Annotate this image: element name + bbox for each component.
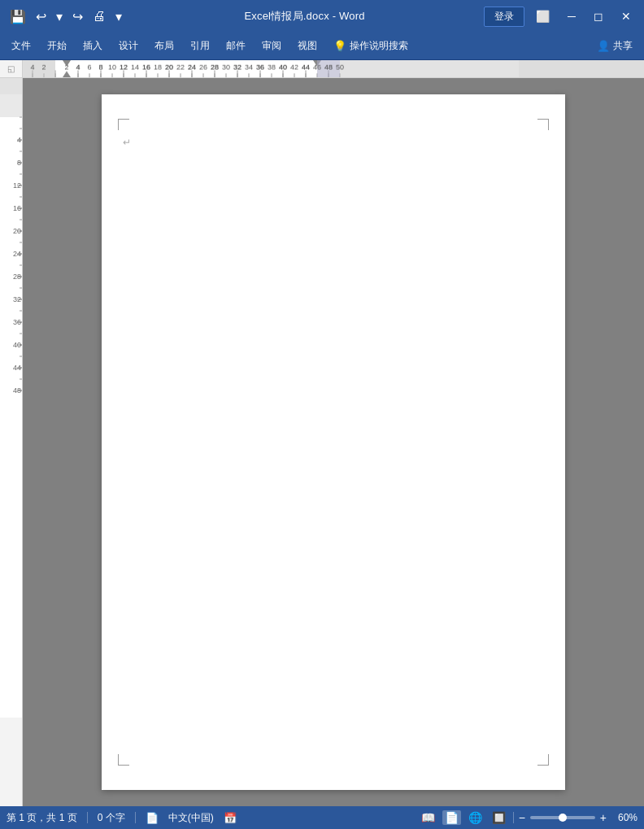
print-preview-button[interactable]: 🖨 (89, 7, 109, 25)
menu-references[interactable]: 引用 (182, 34, 218, 58)
menu-home[interactable]: 开始 (39, 34, 75, 58)
menu-insert[interactable]: 插入 (75, 34, 111, 58)
horizontal-ruler (23, 60, 644, 77)
menu-file[interactable]: 文件 (3, 34, 39, 58)
paragraph-mark: ↵ (123, 137, 131, 148)
status-sep-2 (135, 812, 136, 823)
zoom-slider[interactable] (530, 816, 595, 819)
menu-design[interactable]: 设计 (111, 34, 146, 58)
customize-qat-button[interactable]: ▾ (112, 7, 125, 26)
redo-button[interactable]: ↪ (69, 7, 86, 26)
vertical-ruler-canvas (0, 78, 23, 806)
document-check-icon: 📄 (146, 812, 159, 824)
zoom-level: 60% (611, 812, 637, 823)
web-layout-button[interactable]: 🌐 (466, 810, 485, 825)
corner-mark-bl (118, 754, 129, 766)
ruler-top: ◱ (0, 60, 644, 78)
page-info-text: 第 1 页，共 1 页 (7, 811, 77, 825)
titlebar-right: 登录 ⬜ ─ ◻ ✕ (484, 7, 637, 27)
read-mode-button[interactable]: 📖 (419, 810, 437, 825)
word-count[interactable]: 0 个字 (98, 811, 125, 825)
zoom-out-button[interactable]: − (519, 812, 525, 823)
statusbar: 第 1 页，共 1 页 0 个字 📄 中文(中国) 📅 📖 📄 🌐 🔲 − + … (0, 806, 644, 829)
language[interactable]: 中文(中国) (168, 811, 214, 825)
word-count-text: 0 个字 (98, 811, 125, 825)
menu-share[interactable]: 👤 共享 (589, 34, 641, 58)
login-button[interactable]: 登录 (484, 7, 524, 27)
save-button[interactable]: 💾 (7, 7, 29, 26)
menubar: 文件 开始 插入 设计 布局 引用 邮件 审阅 视图 💡 操作说明搜索 👤 共享 (0, 33, 644, 60)
zoom-area: 📖 📄 🌐 🔲 − + 60% (419, 810, 637, 825)
ribbon-display-button[interactable]: ⬜ (529, 8, 556, 24)
calendar-icon-area[interactable]: 📅 (224, 812, 237, 824)
undo-button[interactable]: ↩ (33, 7, 50, 26)
menu-mailings[interactable]: 邮件 (218, 34, 254, 58)
undo-dropdown-button[interactable]: ▾ (53, 7, 66, 26)
document-scroll-area[interactable]: ↵ (23, 78, 644, 806)
corner-mark-tr (537, 119, 549, 130)
title-text: Excel情报局.docx - Word (244, 10, 364, 22)
main-area: ↵ (0, 78, 644, 806)
minimize-button[interactable]: ─ (561, 8, 582, 24)
print-layout-button[interactable]: 📄 (442, 810, 461, 825)
titlebar: 💾 ↩ ▾ ↪ 🖨 ▾ Excel情报局.docx - Word 登录 ⬜ ─ … (0, 0, 644, 33)
ruler-corner[interactable]: ◱ (0, 60, 23, 78)
menu-layout[interactable]: 布局 (146, 34, 182, 58)
language-text: 中文(中国) (168, 811, 214, 825)
person-icon: 👤 (597, 40, 610, 52)
window-title: Excel情报局.docx - Word (125, 9, 484, 24)
focus-view-button[interactable]: 🔲 (490, 810, 508, 825)
lightbulb-icon: 💡 (333, 40, 346, 52)
status-sep-zoom (513, 812, 514, 823)
corner-icon: ◱ (7, 64, 15, 73)
menu-review[interactable]: 审阅 (254, 34, 289, 58)
page-info[interactable]: 第 1 页，共 1 页 (7, 811, 77, 825)
zoom-slider-thumb[interactable] (559, 814, 567, 822)
menu-view[interactable]: 视图 (289, 34, 325, 58)
zoom-in-button[interactable]: + (600, 812, 607, 823)
menu-help-search[interactable]: 💡 操作说明搜索 (325, 34, 416, 58)
titlebar-left: 💾 ↩ ▾ ↪ 🖨 ▾ (7, 7, 125, 26)
calendar-icon: 📅 (224, 812, 237, 824)
close-button[interactable]: ✕ (615, 8, 637, 24)
restore-button[interactable]: ◻ (587, 8, 610, 24)
corner-mark-br (537, 754, 549, 766)
document-page[interactable]: ↵ (102, 94, 565, 790)
document-check-icon-area[interactable]: 📄 (146, 812, 159, 824)
status-sep-1 (87, 812, 88, 823)
corner-mark-tl (118, 119, 129, 130)
vertical-ruler (0, 78, 23, 806)
